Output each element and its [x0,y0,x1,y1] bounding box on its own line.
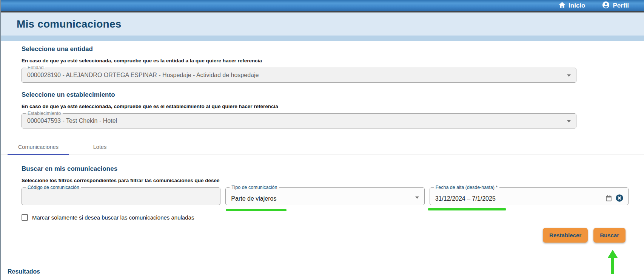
anuladas-checkbox-label: Marcar solamente si desea buscar las com… [32,214,194,221]
entity-helper-text: En caso de que ya esté seleccionada, com… [22,58,644,63]
establishment-section-title: Seleccione un establecimiento [22,91,644,99]
tipo-comunicacion-select[interactable]: Tipo de comunicación Parte de viajeros [225,187,424,205]
nav-perfil[interactable]: Perfil [602,1,629,11]
action-buttons: Restablecer Buscar [22,228,644,243]
page: Inicio Perfil Mis comunicaciones Selecci… [0,0,644,280]
fecha-alta-label: Fecha de alta (desde-hasta) * [434,184,500,191]
chevron-down-icon [415,196,419,199]
anuladas-checkbox[interactable] [22,214,28,221]
entity-select-value: 0000028190 - ALEJANDRO ORTEGA ESPINAR - … [22,68,576,82]
anuladas-checkbox-row: Marcar solamente si desea buscar las com… [22,214,644,221]
establishment-select-value: 0000047593 - Test Chekin - Hotel [22,114,576,128]
tipo-comunicacion-value: Parte de viajeros [231,195,276,202]
establishment-helper-text: En caso de que ya esté seleccionada, com… [22,104,644,109]
annotation-underline-tipo [226,209,287,211]
calendar-icon[interactable] [605,195,612,202]
home-icon [558,1,566,11]
chevron-down-icon [567,74,571,77]
nav-perfil-label: Perfil [613,2,629,9]
filter-row: Código de comunicación Tipo de comunicac… [22,187,629,205]
header-strip [1,36,644,41]
fecha-alta-input[interactable]: Fecha de alta (desde-hasta) * 31/12/2024… [430,187,629,205]
search-section-title: Buscar en mis comunicaciones [22,165,644,173]
clear-circle-icon[interactable] [615,194,624,202]
profile-icon [602,1,610,11]
entity-select-label: Entidad [26,65,45,71]
nav-inicio[interactable]: Inicio [558,1,585,11]
tab-comunicaciones[interactable]: Comunicaciones [8,140,69,155]
annotation-arrow-buscar [606,250,619,274]
codigo-comunicacion-input[interactable]: Código de comunicación [22,187,220,205]
search-helper-text: Seleccione los filtros correspondientes … [22,178,644,183]
tipo-comunicacion-label: Tipo de comunicación [230,184,279,191]
tab-lotes[interactable]: Lotes [69,140,131,155]
page-header: Mis comunicaciones [1,12,644,36]
tabs-bar: Comunicaciones Lotes [1,140,644,155]
results-section-title: Resultados [8,268,40,275]
chevron-down-icon [567,120,571,122]
restablecer-button[interactable]: Restablecer [543,228,588,243]
page-title: Mis comunicaciones [17,18,121,30]
top-navbar: Inicio Perfil [1,0,644,12]
nav-inicio-label: Inicio [569,2,585,9]
buscar-button[interactable]: Buscar [593,228,626,243]
entity-select[interactable]: Entidad 0000028190 - ALEJANDRO ORTEGA ES… [22,68,576,83]
establishment-select[interactable]: Establecimiento 0000047593 - Test Chekin… [22,113,576,128]
annotation-underline-fecha [428,208,506,210]
tab-lotes-label: Lotes [93,144,106,150]
establishment-select-label: Establecimiento [26,110,63,117]
entity-section-title: Seleccione una entidad [22,45,644,53]
tab-comunicaciones-label: Comunicaciones [18,144,59,150]
codigo-comunicacion-label: Código de comunicación [26,184,81,191]
fecha-alta-value: 31/12/2024 – 7/1/2025 [435,195,496,202]
